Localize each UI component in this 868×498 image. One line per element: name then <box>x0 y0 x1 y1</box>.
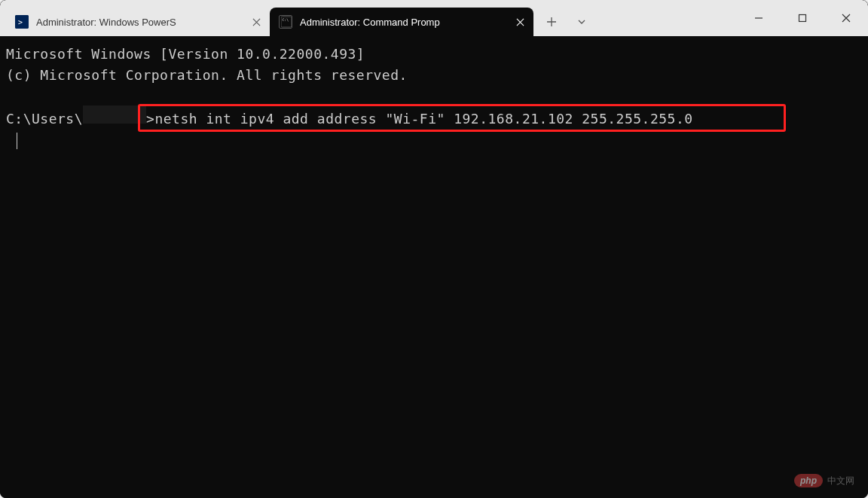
terminal-prompt-row: C:\Users\>netsh int ipv4 add address "Wi… <box>6 105 862 130</box>
watermark-pill: php <box>794 474 823 487</box>
svg-text:>: > <box>18 18 23 26</box>
titlebar-drag-area[interactable] <box>597 0 737 36</box>
tab-title: Administrator: Windows PowerS <box>36 17 243 28</box>
svg-rect-4 <box>799 15 806 22</box>
svg-text:C:\: C:\ <box>283 18 289 22</box>
cursor-row <box>6 130 862 151</box>
prompt-prefix: C:\Users\ <box>6 108 83 130</box>
terminal-output-line: Microsoft Windows [Version 10.0.22000.49… <box>6 44 862 65</box>
prompt-suffix: > <box>146 108 154 130</box>
terminal-cursor <box>17 133 17 149</box>
terminal-window: > Administrator: Windows PowerS C:\ Admi… <box>0 0 868 498</box>
tab-powershell[interactable]: > Administrator: Windows PowerS <box>6 8 270 36</box>
tab-title: Administrator: Command Promp <box>300 17 506 28</box>
terminal-output-line: (c) Microsoft Corporation. All rights re… <box>6 65 862 86</box>
tab-cmd[interactable]: C:\ Administrator: Command Promp <box>270 8 533 36</box>
terminal-body[interactable]: Microsoft Windows [Version 10.0.22000.49… <box>0 36 868 498</box>
window-controls <box>737 0 868 36</box>
tab-dropdown-button[interactable] <box>567 8 597 36</box>
powershell-icon: > <box>15 15 29 29</box>
tabs-area: > Administrator: Windows PowerS C:\ Admi… <box>0 0 597 36</box>
close-button[interactable] <box>824 0 868 36</box>
titlebar: > Administrator: Windows PowerS C:\ Admi… <box>0 0 868 36</box>
terminal-command: netsh int ipv4 add address "Wi-Fi" 192.1… <box>154 108 692 130</box>
cmd-icon: C:\ <box>279 15 292 29</box>
watermark-text: 中文网 <box>827 475 854 487</box>
tab-close-button[interactable] <box>249 14 264 29</box>
watermark: php 中文网 <box>794 474 854 487</box>
tab-actions <box>536 2 597 36</box>
new-tab-button[interactable] <box>536 8 567 36</box>
maximize-button[interactable] <box>781 0 824 36</box>
minimize-button[interactable] <box>737 0 781 36</box>
tab-close-button[interactable] <box>512 14 527 29</box>
redacted-username <box>83 105 146 124</box>
